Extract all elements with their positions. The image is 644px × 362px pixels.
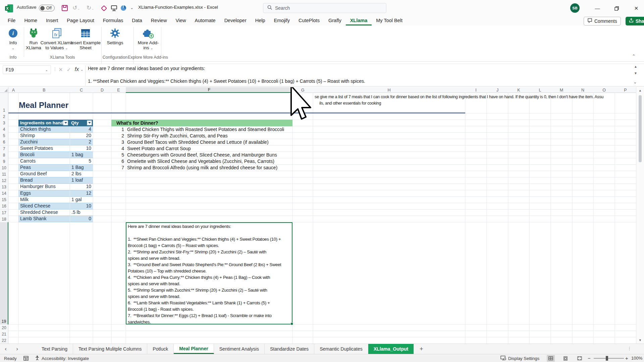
ingredient-row[interactable]: Ground Beef2 lbs <box>18 171 93 177</box>
insert-function-icon[interactable]: fx <box>73 66 80 73</box>
tab-help[interactable]: Help <box>251 16 270 25</box>
column-header-l[interactable]: L <box>529 87 551 93</box>
qty-filter-icon[interactable] <box>87 120 92 125</box>
column-header-b[interactable]: B <box>18 87 70 93</box>
settings-button[interactable]: Settings <box>104 27 126 45</box>
display-settings-button[interactable]: Display Settings <box>500 354 539 362</box>
ingredient-row[interactable]: Brocoli1 bag <box>18 152 93 158</box>
column-header-f[interactable]: F <box>126 87 292 93</box>
enter-formula-icon[interactable]: ✓ <box>65 66 72 73</box>
row-header-7[interactable]: 7 <box>0 145 8 152</box>
tab-data[interactable]: Data <box>127 16 147 25</box>
meal-row[interactable]: 2Shrimp Stir-Fry with Zucchini, Carrots,… <box>111 132 284 139</box>
scroll-up-icon[interactable]: ▲ <box>639 89 642 92</box>
avatar[interactable]: SB <box>570 3 580 13</box>
tab-review[interactable]: Review <box>147 16 171 25</box>
zoom-slider-thumb[interactable] <box>606 356 608 361</box>
cancel-formula-icon[interactable]: ✕ <box>57 66 64 73</box>
sheet-tab-xllama-output[interactable]: XLlama_Output <box>368 344 414 354</box>
column-header-d[interactable]: D <box>93 87 111 93</box>
column-header-o[interactable]: O <box>593 87 615 93</box>
dinner-header-cell[interactable]: What's for Dinner? <box>111 120 292 126</box>
sheet-tab-potluck[interactable]: Potluck <box>147 344 174 354</box>
column-header-i[interactable]: I <box>465 87 487 93</box>
ingredient-row[interactable]: Chicken thighs4 <box>18 126 93 133</box>
row-header-19[interactable]: 19 <box>0 222 8 324</box>
meal-row[interactable]: 1Grilled Chicken Thighs with Roasted Swe… <box>111 126 284 132</box>
row-header-12[interactable]: 12 <box>0 177 8 184</box>
ingredient-row[interactable]: Shredded Cheese.5 lb <box>18 209 93 216</box>
ingredient-row[interactable]: Peas1 Bag <box>18 165 93 171</box>
tab-view[interactable]: View <box>171 16 190 25</box>
normal-view-icon[interactable] <box>547 355 555 362</box>
row-header-9[interactable]: 9 <box>0 158 8 165</box>
collapse-formula-bar-icon[interactable]: ⌄ <box>633 79 637 84</box>
close-button[interactable]: ✕ <box>629 0 644 16</box>
column-header-p[interactable]: P <box>615 87 636 93</box>
tab-page-layout[interactable]: Page Layout <box>62 16 98 25</box>
undo-icon[interactable]: ↺⌄ <box>72 4 80 11</box>
excel-app-icon[interactable]: X <box>5 4 13 13</box>
row-header-2[interactable]: 2 <box>0 113 8 120</box>
meal-row[interactable]: 4Sweet Potato and Carrot Soup <box>111 145 284 152</box>
row-header-8[interactable]: 8 <box>0 152 8 158</box>
autosave-toggle[interactable]: Off <box>39 5 55 11</box>
meal-row[interactable]: 3Ground Beef Tacos with Shredded Cheese … <box>111 139 284 145</box>
row-header-13[interactable]: 13 <box>0 184 8 190</box>
column-header-n[interactable]: N <box>572 87 593 93</box>
sheet-tab-standardize-dates[interactable]: Standardize Dates <box>265 344 314 354</box>
restore-button[interactable] <box>609 0 625 16</box>
column-header-c[interactable]: C <box>70 87 93 93</box>
row-header-17[interactable]: 17 <box>0 209 8 216</box>
meal-row[interactable]: 6Omelette with Sliced Cheese and Vegetab… <box>111 158 284 165</box>
ingredient-row[interactable]: Carrots5 <box>18 158 93 165</box>
formula-text-line1[interactable]: Here are 7 dinner meal ideas based on yo… <box>88 66 628 72</box>
info-button[interactable]: i Info⌄ <box>4 27 22 51</box>
page-break-preview-icon[interactable] <box>576 355 584 362</box>
formula-scroll-up-icon[interactable]: ▲ <box>634 65 637 68</box>
redo-icon[interactable]: ↻⌄ <box>87 4 94 11</box>
ingredients-filter-icon[interactable] <box>63 120 68 125</box>
selected-cell-f19[interactable]: Here are 7 dinner meal ideas based on yo… <box>126 222 292 324</box>
row-header-18[interactable]: 18 <box>0 216 8 222</box>
insert-example-sheet-button[interactable]: Insert Example Sheet <box>69 27 102 50</box>
vertical-scrollbar[interactable]: ▲ ▼ <box>636 87 644 344</box>
formula-scroll-down-icon[interactable]: ▼ <box>634 71 637 75</box>
zoom-slider-track[interactable] <box>594 358 624 359</box>
row-header-21[interactable]: 21 <box>0 331 8 337</box>
ingredient-row[interactable]: Shrimp20 <box>18 133 93 139</box>
scroll-down-icon[interactable]: ▼ <box>639 339 642 342</box>
comments-button[interactable]: Comments <box>584 17 621 25</box>
row-header-10[interactable]: 10 <box>0 165 8 171</box>
sheet-nav-next-icon[interactable]: › <box>11 344 23 354</box>
ingredient-row[interactable]: Lamb Shank0 <box>18 216 93 222</box>
row-header-22[interactable]: 22 <box>0 337 8 344</box>
row-header-4[interactable]: 4 <box>0 126 8 132</box>
tab-emojify[interactable]: Emojify <box>270 16 294 25</box>
pie-chart-icon[interactable] <box>120 5 127 13</box>
ingredient-row[interactable]: Bread1 loaf <box>18 177 93 184</box>
column-header-m[interactable]: M <box>551 87 572 93</box>
formula-text-line3[interactable]: 1. **Sheet Pan Chicken and Veggies:** Ch… <box>88 78 628 85</box>
formula-bar-drag-handle[interactable]: ⋮ <box>53 67 57 71</box>
present-screen-icon[interactable] <box>111 5 117 13</box>
tab-grafly[interactable]: Grafly <box>324 16 346 25</box>
row-header-5[interactable]: 5 <box>0 132 8 139</box>
fill-handle[interactable] <box>290 322 293 325</box>
meal-row[interactable]: 5Cheeseburgers with Ground Beef, Sliced … <box>111 152 284 158</box>
tab-file[interactable]: File <box>3 16 20 25</box>
accessibility-checker[interactable]: Accessibility: Investigate <box>35 354 89 362</box>
formula-text-line2[interactable] <box>88 72 628 78</box>
new-sheet-button[interactable]: + <box>414 344 429 354</box>
row-header-14[interactable]: 14 <box>0 190 8 196</box>
tab-insert[interactable]: Insert <box>42 16 62 25</box>
ingredient-row[interactable]: Eggs12 <box>18 190 93 197</box>
minimize-button[interactable]: — <box>590 0 605 16</box>
tab-home[interactable]: Home <box>20 16 42 25</box>
row-header-11[interactable]: 11 <box>0 171 8 177</box>
tab-developer[interactable]: Developer <box>220 16 251 25</box>
search-input[interactable]: Search <box>263 3 386 13</box>
row-header-16[interactable]: 16 <box>0 203 8 209</box>
ingredient-row[interactable]: Milk1 gal <box>18 197 93 203</box>
tab-scrollbar-handle[interactable]: ⋮ <box>627 346 632 351</box>
